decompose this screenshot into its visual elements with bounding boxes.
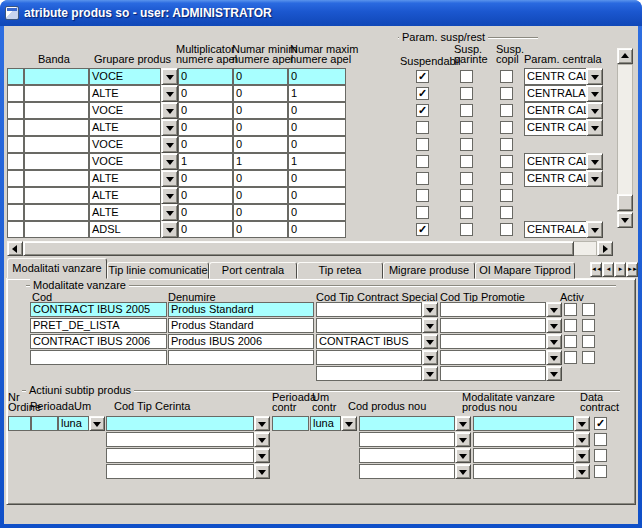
activ-checkbox[interactable] [564,335,577,348]
multiplicator-field[interactable]: 0 [178,187,233,204]
suspendabil-checkbox[interactable]: ✓ [416,87,429,100]
banda-field[interactable] [24,170,89,187]
record-selector[interactable] [7,68,24,85]
numar-minim-field[interactable]: 0 [233,68,288,85]
cod-tip-promotie-dropdown-button[interactable] [546,302,562,317]
numar-minim-field[interactable]: 0 [233,170,288,187]
cod-tip-cerinta-dropdown-button[interactable] [254,464,270,479]
grupare-dropdown-button[interactable] [161,204,178,221]
param-centrala-dropdown-button[interactable] [586,68,603,85]
tab-tip-retea[interactable]: Tip retea [297,262,383,279]
activ-checkbox[interactable] [564,351,577,364]
modalitate-vanzare-produs-nou-field[interactable] [473,448,574,463]
cod-field[interactable]: CONTRACT IBUS 2005 [30,302,167,317]
cod-produs-nou-field[interactable] [359,448,455,463]
multiplicator-field[interactable]: 0 [178,102,233,119]
numar-maxim-field[interactable]: 0 [288,119,346,136]
suspendabil-checkbox[interactable] [416,172,429,185]
suspendabil-checkbox[interactable] [416,155,429,168]
modalitate-vanzare-produs-nou-field[interactable] [473,432,574,447]
cod-tip-contract-field[interactable]: CONTRACT IBUS [316,334,422,349]
cod-tip-cerinta-field[interactable] [106,432,254,447]
record-selector[interactable] [7,170,24,187]
tab-oi-mapare-tipprod[interactable]: OI Mapare Tipprod [475,262,575,279]
banda-field[interactable] [24,68,89,85]
banda-field[interactable] [24,119,89,136]
numar-minim-field[interactable]: 0 [233,102,288,119]
param-centrala-dropdown-button[interactable] [586,221,603,238]
scroll-down-button[interactable] [617,212,633,228]
banda-field[interactable] [24,153,89,170]
susp-copil-checkbox[interactable] [500,70,513,83]
um-contr-combo-field[interactable]: luna [310,416,341,431]
susp-copil-checkbox[interactable] [500,189,513,202]
tab-scroll-first-button[interactable]: ◄◄ [590,262,602,277]
grupare-produs-field[interactable]: VOCE [89,153,161,170]
suspendabil-checkbox[interactable] [416,138,429,151]
susp-copil-checkbox[interactable] [500,138,513,151]
suspendabil-checkbox[interactable]: ✓ [416,223,429,236]
cod-tip-contract-field[interactable] [316,318,422,333]
cod-tip-promotie-field[interactable] [440,302,546,317]
modalitate-vanzare-dropdown-button[interactable] [574,448,590,463]
susp-copil-checkbox[interactable] [500,155,513,168]
susp-parinte-checkbox[interactable] [460,70,473,83]
susp-parinte-checkbox[interactable] [460,121,473,134]
denumire-field[interactable] [168,350,314,365]
cod-tip-contract-field[interactable] [316,302,422,317]
grupare-dropdown-button[interactable] [161,221,178,238]
data-contract-checkbox[interactable] [594,449,607,462]
param-centrala-dropdown-button[interactable] [586,85,603,102]
param-centrala-field[interactable]: CENTRALA NI [524,85,587,102]
param-centrala-field[interactable]: CENTR CALC [524,119,587,136]
banda-field[interactable] [24,85,89,102]
record-selector[interactable] [7,102,24,119]
grupare-produs-field[interactable]: VOCE [89,136,161,153]
cod-produs-nou-field[interactable] [359,464,455,479]
numar-maxim-field[interactable]: 0 [288,102,346,119]
cod-field[interactable]: PRET_DE_LISTA [30,318,167,333]
grupare-dropdown-button[interactable] [161,187,178,204]
suspendabil-checkbox[interactable]: ✓ [416,70,429,83]
param-centrala-dropdown-button[interactable] [586,119,603,136]
multiplicator-field[interactable]: 0 [178,119,233,136]
susp-parinte-checkbox[interactable] [460,104,473,117]
tab-scroll-prev-button[interactable]: ◄ [602,262,614,277]
scroll-left-button[interactable] [7,241,23,256]
numar-minim-field[interactable]: 1 [233,153,288,170]
cod-tip-cerinta-dropdown-button[interactable] [254,448,270,463]
record-selector[interactable] [7,221,24,238]
scroll-up-button[interactable] [617,48,633,64]
susp-parinte-checkbox[interactable] [460,155,473,168]
cod-produs-nou-field[interactable] [359,432,455,447]
cod-tip-promotie-field[interactable] [440,318,546,333]
numar-minim-field[interactable]: 0 [233,204,288,221]
grupare-dropdown-button[interactable] [161,153,178,170]
cod-tip-promotie-field[interactable] [440,366,546,381]
cod-field[interactable]: CONTRACT IBUS 2006 [30,334,167,349]
grupare-produs-field[interactable]: ALTE [89,85,161,102]
modalitate-vanzare-dropdown-button[interactable] [574,464,590,479]
um-contr-dropdown-button[interactable] [341,416,357,431]
cod-tip-promotie-dropdown-button[interactable] [546,366,562,381]
nr-ordine-field[interactable] [8,416,31,431]
cod-tip-cerinta-field[interactable] [106,464,254,479]
multiplicator-field[interactable]: 0 [178,68,233,85]
grupare-produs-field[interactable]: ADSL [89,221,161,238]
param-centrala-field[interactable]: CENTR CALC [524,102,587,119]
cod-tip-promotie-field[interactable] [440,334,546,349]
numar-maxim-field[interactable]: 1 [288,153,346,170]
vertical-scrollbar-thumb[interactable] [617,194,633,211]
record-selector[interactable] [7,119,24,136]
activ-checkbox-2[interactable] [582,303,595,316]
param-centrala-dropdown-button[interactable] [586,102,603,119]
numar-minim-field[interactable]: 0 [233,221,288,238]
numar-maxim-field[interactable]: 0 [288,136,346,153]
multiplicator-field[interactable]: 0 [178,85,233,102]
tab-port-centrala[interactable]: Port centrala [209,262,297,279]
banda-field[interactable] [24,204,89,221]
cod-tip-cerinta-dropdown-button[interactable] [254,432,270,447]
grupare-dropdown-button[interactable] [161,68,178,85]
susp-copil-checkbox[interactable] [500,223,513,236]
suspendabil-checkbox[interactable]: ✓ [416,104,429,117]
